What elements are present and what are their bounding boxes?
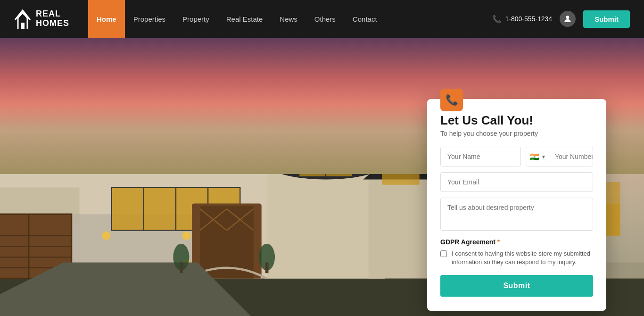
- gdpr-checkbox[interactable]: [440, 250, 447, 257]
- form-title: Let Us Call You!: [440, 113, 593, 128]
- nav-contact[interactable]: Contact: [344, 0, 386, 38]
- gdpr-checkbox-row: I consent to having this website store m…: [440, 249, 593, 266]
- nav-real-estate[interactable]: Real Estate: [218, 0, 272, 38]
- number-input[interactable]: [550, 147, 593, 166]
- svg-point-51: [102, 232, 110, 240]
- contact-form-panel: 📞 Let Us Call You! To help you choose yo…: [427, 99, 606, 311]
- svg-point-1: [566, 16, 570, 19]
- nav-links: Home Properties Property Real Estate New…: [88, 0, 492, 38]
- gdpr-asterisk: *: [497, 238, 500, 246]
- logo[interactable]: REAL HOMES: [14, 8, 69, 29]
- property-textarea[interactable]: [440, 198, 593, 231]
- name-input[interactable]: [440, 147, 521, 166]
- user-avatar[interactable]: [560, 11, 576, 27]
- gdpr-label: GDPR Agreement *: [440, 238, 593, 246]
- phone-input-wrapper: 🇮🇳 ▼: [526, 147, 593, 166]
- navbar: REAL HOMES Home Properties Property Real…: [0, 0, 644, 38]
- flag-emoji: 🇮🇳: [530, 152, 539, 161]
- svg-rect-57: [265, 262, 269, 273]
- flag-selector[interactable]: 🇮🇳 ▼: [526, 147, 550, 166]
- nav-submit-button[interactable]: Submit: [583, 10, 630, 28]
- form-subtitle: To help you choose your property: [440, 130, 593, 137]
- nav-properties[interactable]: Properties: [125, 0, 174, 38]
- call-icon-badge: 📞: [440, 89, 463, 111]
- email-row: [440, 172, 593, 192]
- brand-name: REAL HOMES: [36, 9, 69, 28]
- svg-rect-0: [21, 23, 25, 29]
- svg-point-52: [182, 232, 191, 240]
- phone-icon: 📞: [492, 15, 502, 24]
- nav-home[interactable]: Home: [88, 0, 125, 38]
- gdpr-section: GDPR Agreement * I consent to having thi…: [440, 238, 593, 266]
- flag-dropdown-arrow: ▼: [541, 154, 546, 159]
- name-number-row: 🇮🇳 ▼: [440, 147, 593, 166]
- nav-right: 📞 1-800-555-1234 Submit: [492, 10, 630, 28]
- nav-others[interactable]: Others: [306, 0, 344, 38]
- nav-news[interactable]: News: [271, 0, 306, 38]
- gdpr-consent-text: I consent to having this website store m…: [452, 249, 593, 266]
- svg-rect-56: [180, 262, 183, 273]
- form-submit-button[interactable]: Submit: [440, 275, 593, 297]
- phone-number: 1-800-555-1234: [505, 15, 553, 23]
- email-input[interactable]: [440, 172, 593, 192]
- nav-property[interactable]: Property: [174, 0, 218, 38]
- logo-icon: [14, 8, 31, 29]
- phone-area: 📞 1-800-555-1234: [492, 15, 553, 24]
